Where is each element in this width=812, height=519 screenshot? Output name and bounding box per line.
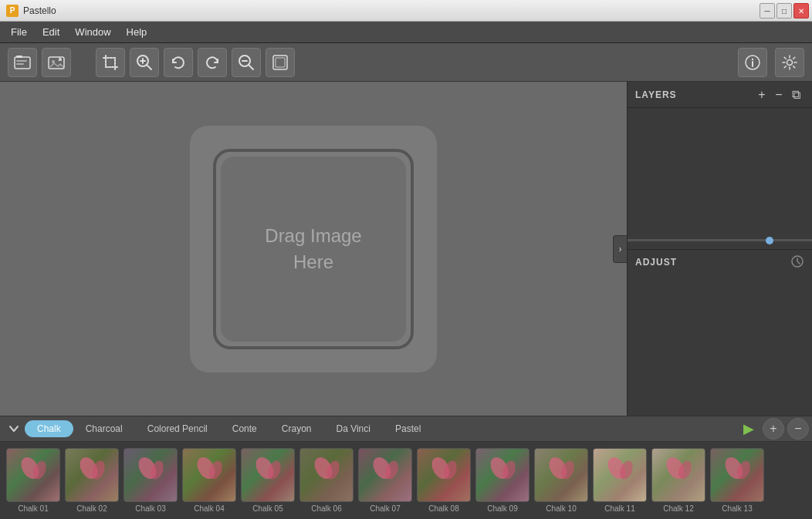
thumbnail-chalk-10[interactable]: Chalk 10 [534, 448, 588, 513]
svg-point-12 [752, 58, 753, 59]
svg-rect-6 [106, 58, 115, 67]
adjust-icon[interactable] [790, 254, 804, 271]
open-image-button[interactable] [42, 48, 71, 77]
layers-slider-thumb[interactable] [766, 237, 773, 244]
thumbnail-image [651, 448, 705, 502]
svg-rect-2 [16, 60, 27, 62]
menu-bar: File Edit Window Help [0, 22, 812, 43]
play-button[interactable]: ▶ [738, 418, 760, 440]
thumbnail-label: Chalk 13 [722, 504, 752, 513]
restore-button[interactable]: □ [776, 3, 792, 19]
thumbnail-label: Chalk 03 [135, 504, 165, 513]
tab-colored-pencil[interactable]: Colored Pencil [135, 420, 220, 437]
layers-header: LAYERS + − ⧉ [628, 82, 812, 108]
thumbnail-chalk-01[interactable]: Chalk 01 [6, 448, 60, 513]
tab-crayon[interactable]: Crayon [269, 420, 324, 437]
tab-charcoal[interactable]: Charcoal [73, 420, 135, 437]
thumbnail-chalk-02[interactable]: Chalk 02 [65, 448, 119, 513]
thumbnail-label: Chalk 04 [194, 504, 224, 513]
layers-content [628, 108, 812, 249]
thumbnail-label: Chalk 02 [76, 504, 107, 513]
thumbnail-chalk-12[interactable]: Chalk 12 [651, 448, 705, 513]
canvas-area[interactable]: Drag Image Here [0, 82, 627, 416]
crop-button[interactable] [96, 48, 125, 77]
app-icon: P [6, 5, 19, 17]
thumbnail-chalk-04[interactable]: Chalk 04 [182, 448, 236, 513]
thumbnail-image [123, 448, 178, 502]
svg-rect-3 [16, 63, 24, 65]
menu-edit[interactable]: Edit [35, 23, 67, 41]
thumbnail-image [182, 448, 236, 502]
tab-da-vinci[interactable]: Da Vinci [323, 420, 382, 437]
drop-zone-border: Drag Image Here [213, 149, 414, 349]
thumbnail-label: Chalk 06 [311, 504, 341, 513]
add-preset-button[interactable]: + [763, 418, 784, 440]
thumbnail-image [417, 448, 471, 502]
toolbar [0, 43, 812, 82]
thumbnail-chalk-06[interactable]: Chalk 06 [299, 448, 354, 513]
thumbnail-chalk-13[interactable]: Chalk 13 [710, 448, 764, 513]
layers-title: LAYERS [635, 89, 753, 100]
menu-file[interactable]: File [3, 23, 35, 41]
thumbnail-chalk-08[interactable]: Chalk 08 [417, 448, 471, 513]
menu-help[interactable]: Help [119, 23, 155, 41]
thumbnail-chalk-11[interactable]: Chalk 11 [593, 448, 647, 513]
remove-preset-button[interactable]: − [787, 418, 809, 440]
adjust-title: ADJUST [635, 257, 790, 268]
zoom-in-button[interactable] [130, 48, 159, 77]
minimize-button[interactable]: ─ [760, 3, 775, 19]
panel-toggle-button[interactable]: › [613, 235, 627, 263]
zoom-out-button[interactable] [232, 48, 261, 77]
filter-tabs: Chalk Charcoal Colored Pencil Conte Cray… [0, 416, 812, 442]
close-button[interactable]: ✕ [793, 3, 809, 19]
thumbnail-image [65, 448, 119, 502]
tabs-collapse-button[interactable] [3, 418, 25, 440]
thumbnail-image [358, 448, 412, 502]
layers-remove-button[interactable]: − [770, 86, 787, 103]
thumbnail-chalk-03[interactable]: Chalk 03 [123, 448, 178, 513]
open-file-button[interactable] [8, 48, 37, 77]
window-controls: ─ □ ✕ [760, 3, 809, 19]
main-area: Drag Image Here › LAYERS + − ⧉ ADJUST [0, 82, 812, 416]
drop-zone[interactable]: Drag Image Here [190, 126, 437, 372]
tab-pastel[interactable]: Pastel [383, 420, 433, 437]
thumbnail-label: Chalk 09 [487, 504, 517, 513]
layers-add-button[interactable]: + [753, 86, 770, 103]
thumbnail-label: Chalk 07 [370, 504, 400, 513]
tab-chalk[interactable]: Chalk [25, 420, 73, 437]
thumbnail-chalk-05[interactable]: Chalk 05 [241, 448, 295, 513]
svg-rect-10 [276, 58, 285, 67]
drop-zone-inner: Drag Image Here [221, 157, 406, 342]
fit-window-button[interactable] [266, 48, 295, 77]
thumbnail-label: Chalk 11 [604, 504, 634, 513]
adjust-content [628, 275, 812, 416]
info-button[interactable] [738, 48, 767, 77]
title-bar: P Pastello ─ □ ✕ [0, 0, 812, 22]
thumbnail-chalk-09[interactable]: Chalk 09 [475, 448, 529, 513]
thumbnail-label: Chalk 08 [428, 504, 458, 513]
thumbnail-image [710, 448, 764, 502]
settings-button[interactable] [775, 48, 804, 77]
thumbnail-label: Chalk 05 [252, 504, 283, 513]
thumbnail-image [593, 448, 647, 502]
layers-slider-track[interactable] [628, 239, 812, 241]
drag-text: Drag Image Here [265, 223, 361, 275]
thumbnails-strip: Chalk 01 Chalk 02 Chalk 03 Chalk 04 Chal… [0, 442, 812, 519]
thumbnail-image [241, 448, 295, 502]
svg-rect-0 [15, 57, 30, 69]
thumbnail-chalk-07[interactable]: Chalk 07 [358, 448, 412, 513]
thumbnail-label: Chalk 01 [18, 504, 48, 513]
svg-rect-1 [16, 56, 22, 58]
thumbnail-label: Chalk 10 [546, 504, 576, 513]
menu-window[interactable]: Window [67, 23, 118, 41]
rotate-left-button[interactable] [164, 48, 193, 77]
thumbnail-image [299, 448, 354, 502]
app-title: Pastello [23, 5, 806, 16]
svg-point-13 [787, 59, 793, 65]
layers-duplicate-button[interactable]: ⧉ [787, 86, 804, 103]
adjust-header: ADJUST [628, 249, 812, 275]
tab-conte[interactable]: Conte [220, 420, 269, 437]
rotate-right-button[interactable] [198, 48, 227, 77]
thumbnail-image [6, 448, 60, 502]
thumbnail-image [475, 448, 529, 502]
